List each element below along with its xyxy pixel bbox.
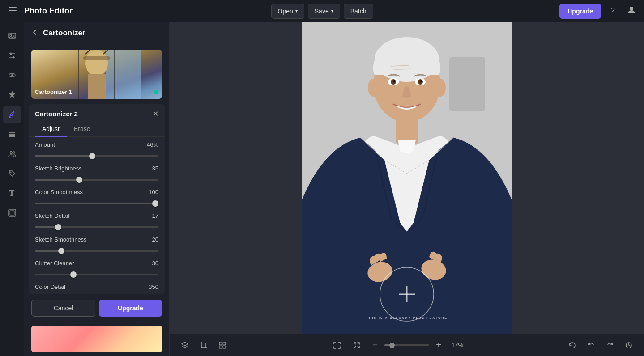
user-icon	[627, 6, 635, 16]
slider-value-amount: 46%	[147, 141, 158, 148]
bottom-toolbar-right	[564, 337, 637, 353]
preview-active-dot	[154, 90, 158, 94]
tab-erase[interactable]: Erase	[67, 122, 98, 137]
sidebar-item-eye[interactable]	[3, 66, 21, 84]
svg-point-17	[10, 152, 12, 154]
slider-label-amount: Amount	[35, 141, 55, 148]
hamburger-menu-button[interactable]	[5, 4, 20, 18]
redo-button[interactable]	[602, 337, 618, 353]
slider-sketch-brightness[interactable]	[35, 179, 158, 181]
history-button[interactable]	[621, 337, 637, 353]
svg-point-18	[13, 152, 15, 153]
hamburger-icon	[9, 6, 17, 16]
svg-rect-54	[219, 346, 222, 348]
layers-tool-button[interactable]	[177, 337, 193, 353]
save-button[interactable]: Save ▾	[308, 4, 340, 19]
slider-value-color-smoothness: 100	[149, 189, 158, 195]
help-button[interactable]: ?	[606, 4, 620, 18]
sidebar-item-paint[interactable]	[3, 106, 21, 123]
slider-amount[interactable]	[35, 155, 158, 157]
bottom-toolbar: − + 17%	[170, 334, 644, 356]
back-button[interactable]	[31, 29, 38, 38]
topbar-left: Photo Editor	[5, 4, 271, 18]
cartoonizer2-title: Cartoonizer 2	[35, 110, 78, 118]
svg-rect-52	[219, 342, 222, 345]
svg-rect-21	[10, 211, 14, 215]
rotate-button[interactable]	[564, 337, 580, 353]
cartoonizer2-panel: Cartoonizer 2 ✕ Adjust Erase Amount 46%	[29, 104, 165, 294]
account-button[interactable]	[624, 4, 639, 18]
question-icon: ?	[610, 6, 615, 16]
sidebar-item-people[interactable]	[3, 145, 21, 163]
slider-color-smoothness[interactable]	[35, 203, 158, 204]
sidebar-item-layers[interactable]	[3, 125, 21, 143]
svg-point-41	[393, 80, 395, 82]
slider-label-sketch-brightness: Sketch Brightness	[35, 165, 82, 172]
slider-label-color-smoothness: Color Smoothness	[35, 189, 83, 195]
fullscreen-button[interactable]	[349, 337, 365, 353]
batch-button[interactable]: Batch	[344, 4, 373, 19]
svg-point-9	[12, 56, 14, 59]
cartoonizer2-close-button[interactable]: ✕	[153, 110, 158, 118]
slider-sketch-smoothness[interactable]	[35, 250, 158, 252]
slider-clutter-cleaner[interactable]	[35, 274, 158, 275]
zoom-in-button[interactable]: +	[432, 339, 445, 352]
open-button[interactable]: Open ▾	[271, 4, 304, 19]
svg-point-11	[11, 74, 13, 76]
svg-point-19	[10, 172, 11, 173]
svg-rect-14	[9, 132, 15, 133]
bottom-thumbnail	[31, 326, 162, 352]
panel-title: Cartoonizer	[43, 29, 85, 38]
svg-rect-27	[83, 56, 110, 60]
svg-rect-2	[9, 13, 17, 13]
slider-label-sketch-detail: Sketch Detail	[35, 212, 69, 219]
svg-point-39	[391, 79, 396, 85]
grid-tool-button[interactable]	[214, 337, 230, 353]
sliders-area: Amount 46% Sketch Brightness 35	[29, 137, 165, 294]
zoom-out-button[interactable]: −	[368, 339, 382, 352]
svg-point-3	[630, 7, 633, 10]
slider-value-clutter-cleaner: 30	[152, 260, 158, 267]
sidebar-item-photo[interactable]	[3, 27, 21, 45]
slider-row-sketch-smoothness: Sketch Smoothness 20	[35, 236, 158, 254]
slider-row-clutter-cleaner: Clutter Cleaner 30	[35, 260, 158, 277]
slider-value-sketch-detail: 17	[152, 212, 158, 219]
topbar-right: Upgrade ?	[373, 4, 639, 19]
fit-screen-button[interactable]	[329, 337, 345, 353]
sidebar-item-adjustments[interactable]	[3, 47, 21, 64]
zoom-controls: − +	[368, 339, 445, 352]
slider-label-color-detail: Color Detail	[35, 284, 65, 290]
undo-button[interactable]	[583, 337, 599, 353]
canvas-area: THIS IS A BEFUNKY PLUS FEATURE	[170, 22, 644, 356]
panel-footer: Cancel Upgrade	[24, 294, 169, 322]
svg-point-13	[9, 116, 11, 118]
canvas-content: THIS IS A BEFUNKY PLUS FEATURE	[170, 22, 644, 334]
cancel-button[interactable]: Cancel	[31, 300, 95, 317]
svg-marker-12	[9, 91, 15, 98]
svg-point-23	[85, 50, 108, 76]
slider-row-amount: Amount 46%	[35, 141, 158, 159]
svg-point-40	[418, 79, 423, 85]
sidebar-item-tag[interactable]	[3, 165, 21, 182]
svg-rect-53	[223, 342, 226, 345]
sidebar-item-frame[interactable]	[3, 204, 21, 222]
bottom-toolbar-center: − + 17%	[329, 337, 466, 353]
slider-sketch-detail[interactable]	[35, 226, 158, 228]
sidebar-item-text[interactable]: T	[3, 184, 21, 202]
svg-text:THIS IS A BEFUNKY PLUS FEATURE: THIS IS A BEFUNKY PLUS FEATURE	[366, 316, 448, 319]
svg-rect-0	[9, 7, 17, 8]
svg-rect-32	[449, 57, 485, 111]
svg-point-7	[9, 53, 12, 55]
slider-label-sketch-smoothness: Sketch Smoothness	[35, 236, 87, 243]
main-area: T Cartoonizer	[0, 22, 644, 356]
slider-row-sketch-brightness: Sketch Brightness 35	[35, 165, 158, 182]
upgrade-panel-button[interactable]: Upgrade	[99, 300, 162, 317]
upgrade-button[interactable]: Upgrade	[559, 4, 601, 19]
tab-adjust[interactable]: Adjust	[35, 122, 67, 137]
slider-value-sketch-brightness: 35	[152, 165, 158, 172]
photo-display: THIS IS A BEFUNKY PLUS FEATURE	[302, 22, 512, 334]
svg-rect-22	[106, 50, 141, 99]
sidebar-item-magic[interactable]	[3, 86, 21, 104]
preview-label: Cartoonizer 1	[35, 89, 72, 95]
crop-tool-button[interactable]	[196, 337, 212, 353]
